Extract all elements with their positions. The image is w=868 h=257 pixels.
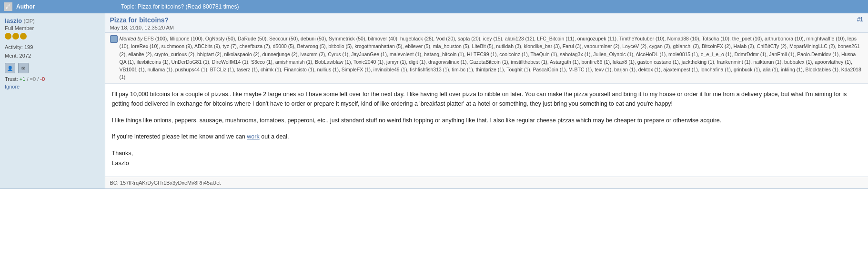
author-cell: laszlo (OP) Full Member Activity: 199 <box>0 13 105 189</box>
post-cell: Pizza for bitcoins? May 18, 2010, 12:35:… <box>105 13 868 189</box>
post-footer: BC: 157fRrqAKrDyGHr1Bx3yDxeMv8Rh45aUet <box>105 177 868 188</box>
merit-icon <box>110 35 118 43</box>
merit-text: Merited by EFS (100), fillippone (100), … <box>120 35 864 81</box>
profile-icon[interactable]: 👤 <box>5 63 15 73</box>
post-paragraph-4: Thanks,Laszlo <box>112 148 862 168</box>
activity-label: Activity: <box>5 44 23 50</box>
post-header: Pizza for bitcoins? May 18, 2010, 12:35:… <box>105 13 868 33</box>
author-action-icons: 👤 ✉ <box>5 63 100 73</box>
merit-stat: Merit: 2072 <box>5 52 100 60</box>
activity-value: 199 <box>24 44 33 50</box>
author-stars <box>5 33 100 40</box>
post-paragraph-3: If you're interested please let me know … <box>112 132 862 142</box>
trust-label: Trust: <box>5 76 18 82</box>
merit-prefix: Merited by <box>120 36 144 41</box>
author-op-label: (OP) <box>23 18 34 24</box>
star-3 <box>20 33 27 40</box>
trust-negative: -0 <box>40 76 45 82</box>
trust-line: Trust: +1 / =0 / -0 <box>5 76 100 82</box>
merit-list: EFS (100), fillippone (100), OgNasty (50… <box>120 36 861 80</box>
message-icon[interactable]: ✉ <box>18 63 29 73</box>
bc-address: BC: 157fRrqAKrDyGHr1Bx3yDxeMv8Rh45aUet <box>110 180 221 186</box>
trust-positive: +1 <box>20 76 26 82</box>
author-name[interactable]: laszlo <box>5 17 22 24</box>
trust-neutral-val: =0 <box>30 76 36 82</box>
author-stats: Activity: 199 Merit: 2072 <box>5 43 100 60</box>
post-table: laszlo (OP) Full Member Activity: 199 <box>0 13 868 189</box>
post-number: #1 <box>857 16 863 23</box>
activity-stat: Activity: 199 <box>5 43 100 52</box>
merit-stat-label: Merit: <box>5 53 18 59</box>
merit-section: Merited by EFS (100), fillippone (100), … <box>105 33 868 84</box>
post-paragraph-2: I like things like onions, peppers, saus… <box>112 116 862 126</box>
top-bar-topic: Topic: Pizza for bitcoins? (Read 800781 … <box>121 3 239 10</box>
post-title-group: Pizza for bitcoins? May 18, 2010, 12:35:… <box>110 16 174 30</box>
merit-stat-value: 2072 <box>20 53 31 59</box>
star-2 <box>12 33 19 40</box>
top-bar: 🖊 Author Topic: Pizza for bitcoins? (Rea… <box>0 0 868 13</box>
top-bar-author-label: Author <box>16 3 121 10</box>
star-1 <box>5 33 11 40</box>
post-body: I'll pay 10,000 bitcoins for a couple of… <box>105 84 868 174</box>
forum-icon: 🖊 <box>4 2 12 11</box>
post-title: Pizza for bitcoins? <box>110 16 174 24</box>
page-wrapper: 🖊 Author Topic: Pizza for bitcoins? (Rea… <box>0 0 868 257</box>
post-date: May 18, 2010, 12:35:20 AM <box>110 25 174 30</box>
ignore-link[interactable]: Ignore <box>5 84 100 89</box>
post-paragraph-1: I'll pay 10,000 bitcoins for a couple of… <box>112 89 862 109</box>
author-rank: Full Member <box>5 25 100 31</box>
work-link[interactable]: work <box>247 133 259 140</box>
